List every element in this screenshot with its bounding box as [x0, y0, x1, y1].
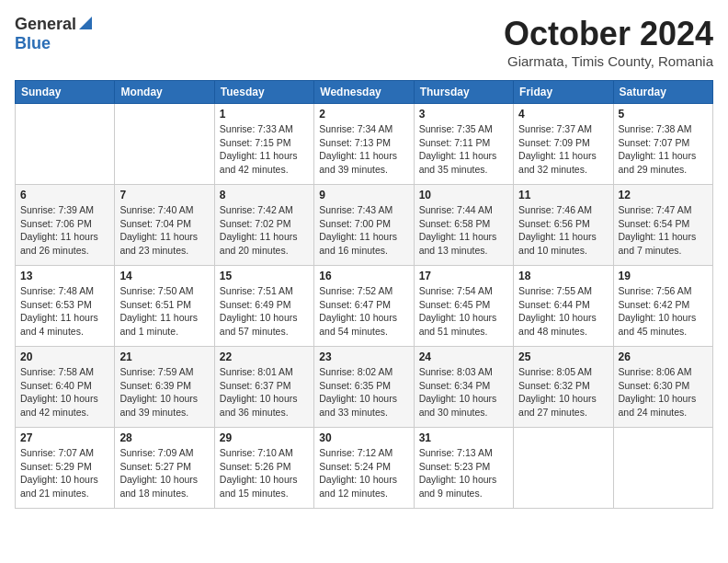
day-info: Sunrise: 7:40 AMSunset: 7:04 PMDaylight:… [119, 203, 209, 258]
calendar-cell: 5Sunrise: 7:38 AMSunset: 7:07 PMDaylight… [613, 104, 712, 185]
day-info: Sunrise: 7:54 AMSunset: 6:45 PMDaylight:… [419, 284, 508, 339]
day-info: Sunrise: 7:07 AMSunset: 5:29 PMDaylight:… [20, 446, 109, 500]
calendar-header-tuesday: Tuesday [214, 81, 313, 104]
calendar-week-1: 1Sunrise: 7:33 AMSunset: 7:15 PMDaylight… [16, 104, 713, 185]
logo-arrow-icon [79, 17, 92, 33]
title-area: October 2024 Giarmata, Timis County, Rom… [504, 15, 713, 69]
calendar-cell: 19Sunrise: 7:56 AMSunset: 6:42 PMDayligh… [613, 266, 712, 347]
subtitle: Giarmata, Timis County, Romania [504, 53, 713, 69]
calendar-week-2: 6Sunrise: 7:39 AMSunset: 7:06 PMDaylight… [16, 185, 713, 266]
day-info: Sunrise: 8:01 AMSunset: 6:37 PMDaylight:… [220, 365, 309, 419]
calendar-cell: 12Sunrise: 7:47 AMSunset: 6:54 PMDayligh… [613, 185, 712, 266]
calendar-cell: 15Sunrise: 7:51 AMSunset: 6:49 PMDayligh… [214, 266, 313, 347]
day-number: 29 [220, 431, 309, 444]
calendar-cell: 20Sunrise: 7:58 AMSunset: 6:40 PMDayligh… [16, 347, 115, 428]
day-info: Sunrise: 7:39 AMSunset: 7:06 PMDaylight:… [20, 203, 109, 258]
day-number: 20 [20, 350, 109, 363]
day-info: Sunrise: 7:42 AMSunset: 7:02 PMDaylight:… [220, 203, 309, 258]
calendar-cell: 8Sunrise: 7:42 AMSunset: 7:02 PMDaylight… [214, 185, 313, 266]
calendar-cell: 9Sunrise: 7:43 AMSunset: 7:00 PMDaylight… [314, 185, 414, 266]
day-number: 13 [20, 270, 109, 282]
day-info: Sunrise: 8:03 AMSunset: 6:34 PMDaylight:… [419, 365, 508, 419]
calendar-body: 1Sunrise: 7:33 AMSunset: 7:15 PMDaylight… [16, 104, 713, 509]
day-number: 2 [319, 108, 408, 121]
calendar-cell: 7Sunrise: 7:40 AMSunset: 7:04 PMDaylight… [115, 185, 214, 266]
day-info: Sunrise: 7:09 AMSunset: 5:27 PMDaylight:… [119, 446, 209, 500]
day-number: 30 [319, 431, 408, 444]
day-number: 1 [220, 108, 309, 121]
calendar-cell: 24Sunrise: 8:03 AMSunset: 6:34 PMDayligh… [414, 347, 513, 428]
day-info: Sunrise: 7:58 AMSunset: 6:40 PMDaylight:… [20, 365, 109, 419]
day-info: Sunrise: 7:50 AMSunset: 6:51 PMDaylight:… [119, 284, 209, 339]
day-number: 25 [518, 350, 608, 363]
day-number: 24 [419, 350, 508, 363]
day-info: Sunrise: 7:59 AMSunset: 6:39 PMDaylight:… [119, 365, 209, 419]
day-info: Sunrise: 7:48 AMSunset: 6:53 PMDaylight:… [20, 284, 109, 339]
svg-marker-0 [79, 17, 92, 29]
calendar-header-sunday: Sunday [16, 81, 115, 104]
calendar-cell: 26Sunrise: 8:06 AMSunset: 6:30 PMDayligh… [613, 347, 712, 428]
logo-general-text: General [15, 15, 76, 34]
calendar-cell: 21Sunrise: 7:59 AMSunset: 6:39 PMDayligh… [115, 347, 214, 428]
calendar-cell: 6Sunrise: 7:39 AMSunset: 7:06 PMDaylight… [16, 185, 115, 266]
day-number: 12 [619, 189, 708, 201]
calendar-cell: 16Sunrise: 7:52 AMSunset: 6:47 PMDayligh… [314, 266, 414, 347]
calendar-cell: 22Sunrise: 8:01 AMSunset: 6:37 PMDayligh… [214, 347, 313, 428]
calendar-cell: 29Sunrise: 7:10 AMSunset: 5:26 PMDayligh… [214, 428, 313, 509]
day-number: 9 [319, 189, 408, 201]
day-info: Sunrise: 7:35 AMSunset: 7:11 PMDaylight:… [419, 122, 508, 177]
day-number: 21 [119, 350, 209, 363]
day-number: 16 [319, 270, 408, 282]
calendar-table: SundayMondayTuesdayWednesdayThursdayFrid… [15, 80, 713, 509]
day-number: 19 [619, 270, 708, 282]
calendar-week-3: 13Sunrise: 7:48 AMSunset: 6:53 PMDayligh… [16, 266, 713, 347]
calendar-cell: 10Sunrise: 7:44 AMSunset: 6:58 PMDayligh… [414, 185, 513, 266]
day-info: Sunrise: 7:56 AMSunset: 6:42 PMDaylight:… [619, 284, 708, 339]
day-number: 11 [518, 189, 608, 201]
calendar-cell [613, 428, 712, 509]
day-number: 7 [119, 189, 209, 201]
calendar-cell [115, 104, 214, 185]
day-number: 5 [619, 108, 708, 121]
day-number: 14 [119, 270, 209, 282]
calendar-cell: 31Sunrise: 7:13 AMSunset: 5:23 PMDayligh… [414, 428, 513, 509]
day-info: Sunrise: 7:46 AMSunset: 6:56 PMDaylight:… [518, 203, 608, 258]
day-info: Sunrise: 7:51 AMSunset: 6:49 PMDaylight:… [220, 284, 309, 339]
day-info: Sunrise: 7:55 AMSunset: 6:44 PMDaylight:… [518, 284, 608, 339]
day-number: 8 [220, 189, 309, 201]
day-info: Sunrise: 7:34 AMSunset: 7:13 PMDaylight:… [319, 122, 408, 177]
day-info: Sunrise: 7:10 AMSunset: 5:26 PMDaylight:… [220, 446, 309, 500]
logo-blue-text: Blue [15, 34, 51, 52]
calendar-cell: 1Sunrise: 7:33 AMSunset: 7:15 PMDaylight… [214, 104, 313, 185]
calendar-header-wednesday: Wednesday [314, 81, 414, 104]
day-number: 4 [518, 108, 608, 121]
day-number: 18 [518, 270, 608, 282]
calendar-cell: 28Sunrise: 7:09 AMSunset: 5:27 PMDayligh… [115, 428, 214, 509]
day-number: 3 [419, 108, 508, 121]
calendar-cell: 27Sunrise: 7:07 AMSunset: 5:29 PMDayligh… [16, 428, 115, 509]
calendar-week-5: 27Sunrise: 7:07 AMSunset: 5:29 PMDayligh… [16, 428, 713, 509]
day-number: 27 [20, 431, 109, 444]
day-info: Sunrise: 8:05 AMSunset: 6:32 PMDaylight:… [518, 365, 608, 419]
day-info: Sunrise: 7:47 AMSunset: 6:54 PMDaylight:… [619, 203, 708, 258]
day-info: Sunrise: 8:02 AMSunset: 6:35 PMDaylight:… [319, 365, 408, 419]
day-info: Sunrise: 7:13 AMSunset: 5:23 PMDaylight:… [419, 446, 508, 500]
logo: General Blue [15, 15, 92, 53]
calendar-header-monday: Monday [115, 81, 214, 104]
calendar-cell: 23Sunrise: 8:02 AMSunset: 6:35 PMDayligh… [314, 347, 414, 428]
calendar-header-friday: Friday [514, 81, 613, 104]
day-info: Sunrise: 7:33 AMSunset: 7:15 PMDaylight:… [220, 122, 309, 177]
day-info: Sunrise: 7:52 AMSunset: 6:47 PMDaylight:… [319, 284, 408, 339]
day-number: 23 [319, 350, 408, 363]
day-info: Sunrise: 7:38 AMSunset: 7:07 PMDaylight:… [619, 122, 708, 177]
calendar-cell [16, 104, 115, 185]
day-number: 26 [619, 350, 708, 363]
header: General Blue October 2024 Giarmata, Timi… [15, 15, 713, 69]
month-title: October 2024 [504, 15, 713, 53]
calendar-week-4: 20Sunrise: 7:58 AMSunset: 6:40 PMDayligh… [16, 347, 713, 428]
calendar-cell [514, 428, 613, 509]
calendar-cell: 13Sunrise: 7:48 AMSunset: 6:53 PMDayligh… [16, 266, 115, 347]
day-info: Sunrise: 8:06 AMSunset: 6:30 PMDaylight:… [619, 365, 708, 419]
calendar-cell: 30Sunrise: 7:12 AMSunset: 5:24 PMDayligh… [314, 428, 414, 509]
calendar-cell: 4Sunrise: 7:37 AMSunset: 7:09 PMDaylight… [514, 104, 613, 185]
